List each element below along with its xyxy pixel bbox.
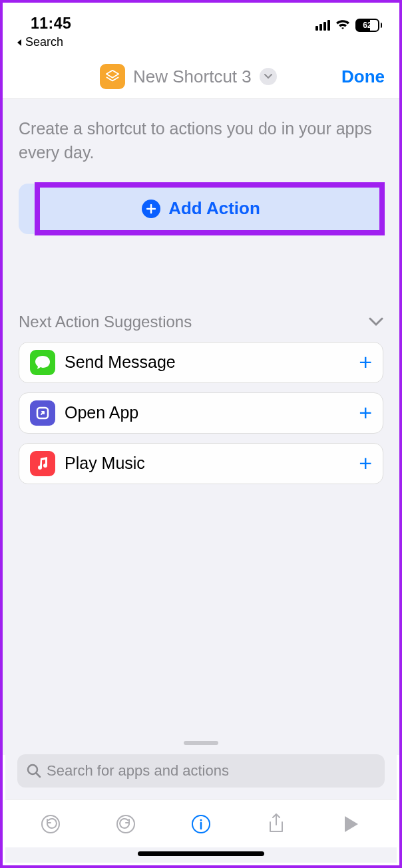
shortcut-icon: [100, 64, 125, 89]
plus-icon[interactable]: +: [359, 450, 372, 476]
home-indicator[interactable]: [138, 851, 264, 856]
undo-button[interactable]: [37, 811, 64, 837]
status-bar: 11:45 Search 62: [3, 3, 399, 49]
nav-bar: New Shortcut 3 Done: [3, 49, 399, 98]
bottom-panel: Search for apps and actions: [5, 733, 397, 863]
wifi-icon: [335, 19, 350, 31]
battery-icon: 62: [355, 19, 382, 32]
svg-point-5: [200, 819, 202, 821]
shortcut-title-button[interactable]: New Shortcut 3: [100, 64, 277, 89]
add-action-button[interactable]: Add Action: [19, 184, 383, 234]
done-button[interactable]: Done: [341, 67, 385, 87]
suggestion-open-app[interactable]: Open App +: [19, 392, 383, 434]
play-button[interactable]: [338, 811, 365, 837]
cellular-signal-icon: [315, 20, 330, 31]
share-button[interactable]: [263, 811, 290, 837]
status-time: 11:45: [31, 15, 71, 33]
suggestion-label: Open App: [65, 403, 359, 422]
messages-app-icon: [30, 350, 55, 375]
search-icon: [27, 764, 41, 778]
chevron-down-icon: [369, 317, 383, 327]
back-triangle-icon: [16, 39, 23, 47]
open-app-icon: [30, 400, 55, 426]
plus-circle-icon: [142, 200, 160, 218]
suggestion-play-music[interactable]: Play Music +: [19, 443, 383, 484]
instruction-text: Create a shortcut to actions you do in y…: [19, 116, 383, 165]
search-input[interactable]: Search for apps and actions: [17, 754, 385, 788]
shortcut-title: New Shortcut 3: [133, 67, 252, 87]
info-button[interactable]: [188, 811, 214, 837]
suggestion-label: Play Music: [65, 454, 359, 473]
chevron-down-icon: [260, 68, 277, 85]
plus-icon[interactable]: +: [359, 349, 372, 375]
redo-button[interactable]: [112, 811, 139, 837]
back-to-search[interactable]: Search: [16, 35, 63, 49]
drag-handle[interactable]: [184, 741, 218, 745]
suggestion-send-message[interactable]: Send Message +: [19, 342, 383, 383]
music-app-icon: [30, 451, 55, 476]
content-area: Create a shortcut to actions you do in y…: [3, 98, 399, 755]
search-placeholder: Search for apps and actions: [47, 762, 229, 780]
bottom-toolbar: [5, 799, 397, 847]
plus-icon[interactable]: +: [359, 400, 372, 426]
suggestion-label: Send Message: [65, 353, 359, 372]
suggestions-header[interactable]: Next Action Suggestions: [19, 313, 383, 331]
